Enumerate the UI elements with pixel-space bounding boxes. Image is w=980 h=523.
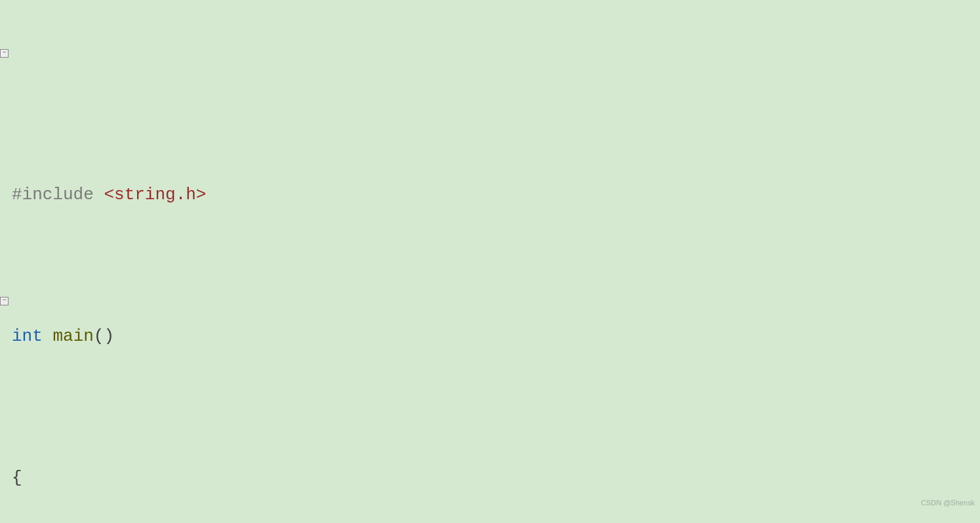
code-line[interactable]: int main() — [0, 319, 980, 354]
fold-minus-icon[interactable]: − — [0, 49, 9, 58]
code-line[interactable]: #include <string.h> — [0, 177, 980, 212]
token-keyword: int — [12, 326, 52, 346]
token-directive: #include — [12, 185, 104, 204]
watermark-text: CSDN @Shensk — [921, 485, 975, 520]
gutter: − − — [0, 0, 9, 523]
token-function: main — [52, 326, 93, 346]
code-line[interactable]: { — [0, 460, 980, 495]
fold-minus-icon[interactable]: − — [0, 297, 9, 305]
code-editor[interactable]: − − #include <string.h> int main() { cha… — [0, 0, 980, 523]
token-punct: () — [94, 326, 114, 346]
token-include-path: <string.h> — [104, 185, 206, 204]
token-brace: { — [12, 468, 22, 488]
